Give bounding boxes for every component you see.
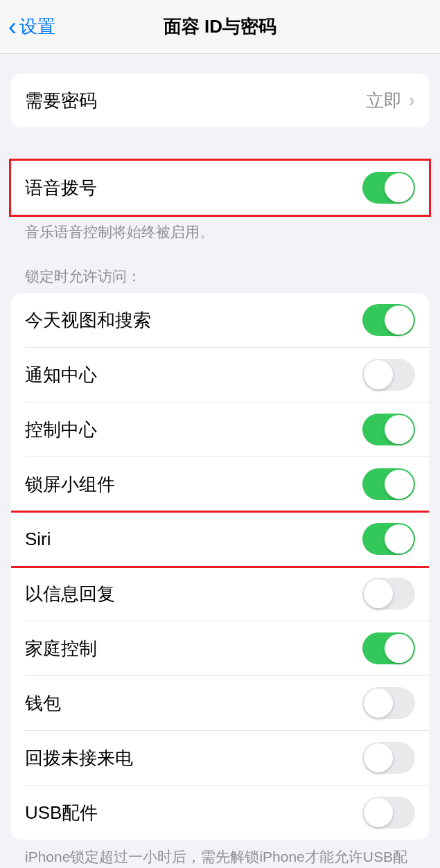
lock-access-label: 通知中心: [25, 363, 97, 387]
lock-access-label: 以信息回复: [25, 582, 115, 606]
back-button[interactable]: ‹ 设置: [0, 15, 55, 39]
lock-access-row: 回拨未接来电: [25, 731, 429, 786]
lock-access-label: 家庭控制: [25, 637, 97, 661]
voice-dial-label: 语音拨号: [25, 176, 97, 200]
lock-access-header: 锁定时允许访问：: [11, 267, 429, 293]
lock-access-row: 家庭控制: [25, 621, 429, 676]
lock-access-label: Siri: [25, 529, 51, 550]
lock-access-row: Siri: [25, 512, 429, 567]
back-label: 设置: [19, 15, 55, 39]
lock-access-row: 控制中心: [25, 402, 429, 457]
voice-dial-toggle[interactable]: [362, 172, 415, 204]
lock-access-label: 钱包: [25, 691, 61, 716]
voice-dial-card: 语音拨号: [11, 161, 429, 215]
voice-dial-row: 语音拨号: [11, 161, 429, 215]
require-passcode-row[interactable]: 需要密码 立即 ›: [11, 73, 429, 127]
page-title: 面容 ID与密码: [164, 15, 276, 39]
require-passcode-label: 需要密码: [25, 89, 97, 113]
lock-access-label: 锁屏小组件: [25, 472, 115, 497]
lock-access-label: USB配件: [25, 801, 98, 825]
lock-access-row: 锁屏小组件: [25, 457, 429, 512]
lock-access-toggle[interactable]: [362, 797, 415, 829]
lock-access-toggle[interactable]: [362, 414, 415, 445]
lock-access-row: USB配件: [25, 786, 429, 840]
lock-access-row: 钱包: [25, 676, 429, 731]
lock-access-toggle[interactable]: [362, 632, 415, 664]
lock-access-toggle[interactable]: [362, 687, 415, 719]
lock-access-row: 通知中心: [25, 348, 429, 402]
lock-access-toggle[interactable]: [362, 578, 415, 610]
require-passcode-card: 需要密码 立即 ›: [11, 73, 429, 127]
lock-access-label: 今天视图和搜索: [25, 308, 151, 333]
lock-access-card: 今天视图和搜索通知中心控制中心锁屏小组件Siri以信息回复家庭控制钱包回拨未接来…: [11, 293, 429, 840]
lock-access-toggle[interactable]: [362, 742, 415, 774]
voice-dial-footer: 音乐语音控制将始终被启用。: [11, 215, 429, 242]
lock-access-toggle[interactable]: [362, 523, 415, 555]
navigation-header: ‹ 设置 面容 ID与密码: [0, 0, 440, 54]
lock-access-row: 今天视图和搜索: [25, 293, 429, 348]
lock-access-toggle[interactable]: [362, 304, 415, 336]
chevron-left-icon: ‹: [8, 15, 17, 39]
lock-access-footer: iPhone锁定超过一小时后，需先解锁iPhone才能允许USB配件连接。: [11, 840, 429, 868]
lock-access-label: 控制中心: [25, 418, 97, 442]
lock-access-toggle[interactable]: [362, 468, 415, 500]
lock-access-label: 回拨未接来电: [25, 746, 133, 770]
lock-access-toggle[interactable]: [362, 359, 415, 391]
require-passcode-value: 立即: [366, 89, 402, 113]
chevron-right-icon: ›: [409, 89, 415, 112]
lock-access-row: 以信息回复: [25, 567, 429, 621]
